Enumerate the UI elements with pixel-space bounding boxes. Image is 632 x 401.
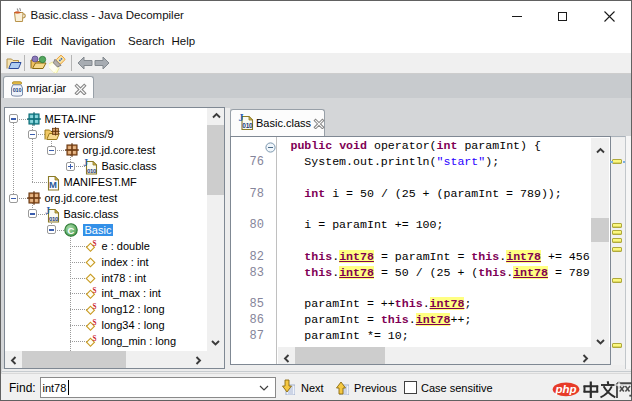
svg-text:010: 010 <box>13 87 22 93</box>
svg-text:php: php <box>554 383 576 395</box>
svg-text:010: 010 <box>242 122 253 129</box>
svg-text:J: J <box>238 113 243 123</box>
